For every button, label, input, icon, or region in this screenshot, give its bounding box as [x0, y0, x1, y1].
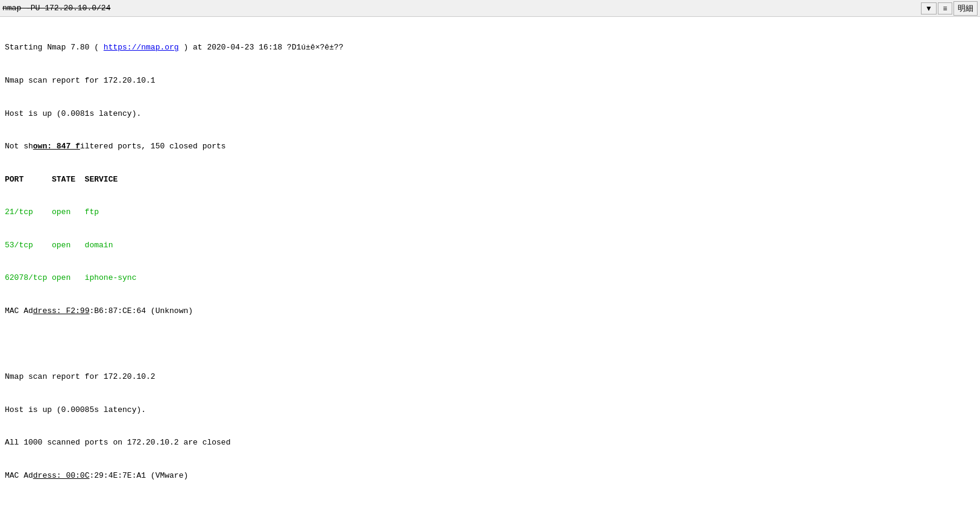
mac-address-2: MAC Address: 00:0C:29:4E:7E:A1 (VMware)	[5, 470, 975, 481]
title-text: nmap -PU 172.20.10.0/24	[2, 4, 110, 13]
all-closed-line: All 1000 scanned ports on 172.20.10.2 ar…	[5, 437, 975, 448]
nmap-start-line: Starting Nmap 7.80 ( https://nmap.org ) …	[5, 42, 975, 53]
terminal-content: Starting Nmap 7.80 ( https://nmap.org ) …	[0, 17, 980, 532]
port-header-line: PORT STATE SERVICE	[5, 174, 975, 185]
port-53-line: 53/tcp open domain	[5, 240, 975, 251]
port-62078-line: 62078/tcp open iphone-sync	[5, 273, 975, 283]
host-up-2: Host is up (0.00085s latency).	[5, 405, 975, 416]
scan-report-2: Nmap scan report for 172.20.10.2	[5, 372, 975, 382]
blank-line-2	[5, 503, 975, 514]
menu-button[interactable]: ≡	[938, 2, 952, 14]
close-button[interactable]: 明細	[953, 1, 978, 16]
not-shown-line: Not shown: 847 filtered ports, 150 close…	[5, 141, 975, 152]
scan-report-1: Nmap scan report for 172.20.10.1	[5, 75, 975, 86]
nmap-link[interactable]: https://nmap.org	[104, 43, 179, 52]
mac-address-1: MAC Address: F2:99:B6:87:CE:64 (Unknown)	[5, 306, 975, 317]
blank-line-1	[5, 338, 975, 349]
title-bar: nmap -PU 172.20.10.0/24 ▼ ≡ 明細	[0, 0, 980, 17]
dropdown-button[interactable]: ▼	[921, 2, 937, 14]
port-21-line: 21/tcp open ftp	[5, 207, 975, 218]
host-up-1: Host is up (0.0081s latency).	[5, 109, 975, 119]
